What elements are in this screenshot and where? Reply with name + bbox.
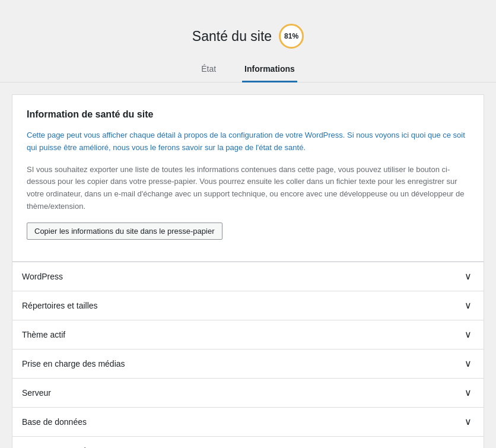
accordion-header-theme[interactable]: Thème actif [12,320,484,349]
header-title-row: Santé du site 81% [0,24,496,49]
chevron-down-icon-serveur [462,387,474,399]
copy-button[interactable]: Copier les informations du site dans le … [27,223,222,240]
header: Santé du site 81% État Informations [0,12,496,82]
tabs-nav: État Informations [0,58,496,82]
accordion-label-theme: Thème actif [22,330,65,339]
accordion-header-wordpress[interactable]: WordPress [12,262,484,291]
accordion-header-serveur[interactable]: Serveur [12,379,484,407]
section-title: Information de santé du site [27,109,469,120]
accordion-header-constantes[interactable]: Constantes WordPress [12,437,484,448]
accordion-item-constantes: Constantes WordPress [12,437,484,448]
accordion-label-repertoires: Répertoires et tailles [22,301,98,310]
tab-etat[interactable]: État [199,58,218,82]
description-blue: Cette page peut vous afficher chaque dét… [27,129,469,154]
accordion-header-bdd[interactable]: Base de données [12,408,484,436]
accordion-header-repertoires[interactable]: Répertoires et tailles [12,291,484,320]
accordion-item-repertoires: Répertoires et tailles [12,291,484,320]
accordion-label-bdd: Base de données [22,417,87,427]
chevron-down-icon-constantes [462,445,474,448]
accordion-item-serveur: Serveur [12,379,484,408]
accordion-item-medias: Prise en charge des médias [12,349,484,379]
chevron-down-icon-bdd [462,416,474,428]
accordion-label-wordpress: WordPress [22,272,63,281]
score-badge: 81% [279,24,304,49]
chevron-down-icon-medias [462,358,474,370]
chevron-down-icon-repertoires [462,300,474,312]
chevron-down-icon-wordpress [462,271,474,282]
accordion-label-medias: Prise en charge des médias [22,359,125,368]
accordion-label-serveur: Serveur [22,388,51,398]
main-content-card: Information de santé du site Cette page … [12,94,484,262]
accordion-list: WordPress Répertoires et tailles Thème a… [12,262,484,448]
description-gray: SI vous souhaitez exporter une liste de … [27,164,469,213]
page-title: Santé du site [192,28,272,45]
page-wrapper: Santé du site 81% État Informations Info… [0,0,496,448]
tab-informations[interactable]: Informations [242,58,297,82]
chevron-down-icon-theme [462,329,474,341]
accordion-item-bdd: Base de données [12,408,484,437]
accordion-item-theme: Thème actif [12,320,484,349]
accordion-header-medias[interactable]: Prise en charge des médias [12,349,484,378]
accordion-item-wordpress: WordPress [12,262,484,291]
